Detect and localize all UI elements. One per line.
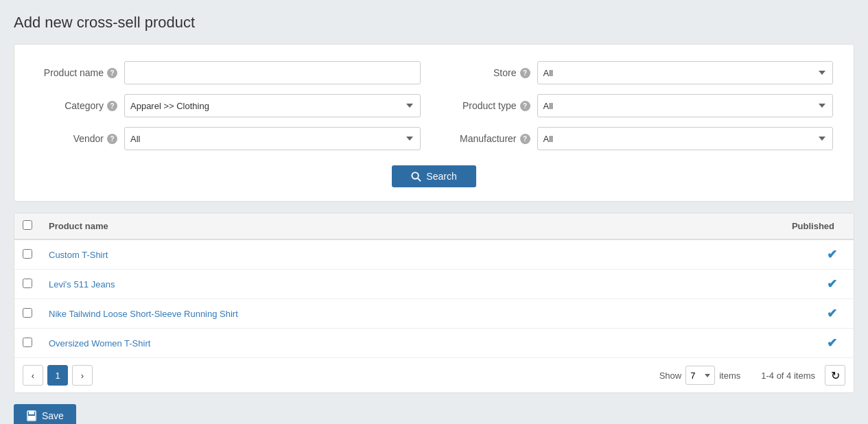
category-label: Category ? [35, 100, 124, 111]
refresh-icon: ↻ [831, 369, 840, 382]
product-name-label: Product name ? [35, 67, 124, 78]
row-product-name: Custom T-Shirt [40, 239, 647, 270]
select-all-col [14, 213, 40, 239]
product-name-link[interactable]: Levi's 511 Jeans [49, 279, 115, 290]
store-help-icon[interactable]: ? [520, 68, 530, 78]
product-name-link[interactable]: Nike Tailwind Loose Short-Sleeve Running… [49, 309, 238, 319]
product-name-input[interactable] [124, 61, 421, 84]
save-button[interactable]: Save [14, 404, 76, 424]
row-checkbox-cell [14, 329, 40, 358]
table-row: Levi's 511 Jeans ✔ [14, 270, 854, 299]
col-published: Published [647, 213, 854, 239]
published-checkmark: ✔ [827, 336, 837, 350]
form-section: Product name ? Category ? Apparel >> Clo… [35, 61, 833, 187]
published-checkmark: ✔ [827, 307, 837, 320]
items-per-page-select[interactable]: 7 15 20 50 [685, 366, 715, 385]
save-icon [26, 410, 37, 421]
vendor-help-icon[interactable]: ? [107, 134, 117, 144]
table-row: Oversized Women T-Shirt ✔ [14, 329, 854, 358]
table-row: Custom T-Shirt ✔ [14, 239, 854, 270]
row-published-cell: ✔ [647, 270, 854, 299]
svg-rect-4 [28, 416, 35, 420]
search-form-card: Product name ? Category ? Apparel >> Clo… [14, 44, 854, 202]
product-type-select[interactable]: All [537, 94, 834, 117]
row-checkbox[interactable] [23, 308, 32, 318]
svg-point-0 [412, 172, 419, 178]
row-checkbox-cell [14, 239, 40, 270]
table-header-row: Product name Published [14, 213, 854, 239]
prev-page-button[interactable]: ‹ [23, 365, 43, 386]
row-checkbox[interactable] [23, 338, 32, 347]
items-count: 1-4 of 4 items [761, 370, 815, 381]
next-page-button[interactable]: › [72, 365, 93, 386]
vendor-select[interactable]: All [124, 127, 421, 150]
page-title: Add new cross-sell product [14, 14, 854, 32]
show-items-section: Show 7 15 20 50 items [659, 366, 741, 385]
product-type-label: Product type ? [448, 100, 537, 111]
product-name-help-icon[interactable]: ? [107, 68, 117, 78]
product-type-row: Product type ? All [448, 94, 834, 117]
row-published-cell: ✔ [647, 299, 854, 329]
select-all-checkbox[interactable] [23, 220, 32, 230]
products-table-card: Product name Published Custom T-Shirt ✔ … [14, 213, 854, 393]
refresh-button[interactable]: ↻ [825, 365, 845, 386]
category-row: Category ? Apparel >> Clothing [35, 94, 421, 117]
svg-line-1 [418, 178, 421, 180]
search-button[interactable]: Search [392, 165, 476, 187]
published-checkmark: ✔ [827, 248, 837, 261]
vendor-label: Vendor ? [35, 133, 124, 144]
product-name-link[interactable]: Oversized Women T-Shirt [49, 338, 150, 349]
store-label: Store ? [448, 67, 537, 78]
category-select[interactable]: Apparel >> Clothing [124, 94, 421, 117]
row-product-name: Oversized Women T-Shirt [40, 329, 647, 358]
row-product-name: Nike Tailwind Loose Short-Sleeve Running… [40, 299, 647, 329]
row-published-cell: ✔ [647, 239, 854, 270]
table-row: Nike Tailwind Loose Short-Sleeve Running… [14, 299, 854, 329]
row-checkbox-cell [14, 299, 40, 329]
manufacturer-label: Manufacturer ? [448, 133, 537, 144]
store-select[interactable]: All [537, 61, 834, 84]
vendor-row: Vendor ? All [35, 127, 421, 150]
row-published-cell: ✔ [647, 329, 854, 358]
svg-rect-3 [29, 411, 34, 414]
product-name-row: Product name ? [35, 61, 421, 84]
items-label: items [719, 370, 740, 381]
manufacturer-select[interactable]: All [537, 127, 834, 150]
search-btn-row: Search [35, 165, 833, 187]
col-product-name: Product name [40, 213, 647, 239]
row-checkbox-cell [14, 270, 40, 299]
row-checkbox[interactable] [23, 249, 32, 259]
row-product-name: Levi's 511 Jeans [40, 270, 647, 299]
left-form-col: Product name ? Category ? Apparel >> Clo… [35, 61, 421, 160]
store-row: Store ? All [448, 61, 834, 84]
category-help-icon[interactable]: ? [107, 101, 117, 111]
manufacturer-row: Manufacturer ? All [448, 127, 834, 150]
row-checkbox[interactable] [23, 279, 32, 288]
published-checkmark: ✔ [827, 277, 837, 291]
page-1-button[interactable]: 1 [47, 365, 68, 386]
products-table: Product name Published Custom T-Shirt ✔ … [14, 213, 854, 357]
show-label: Show [659, 370, 682, 381]
product-type-help-icon[interactable]: ? [520, 101, 530, 111]
right-form-col: Store ? All Product type ? All [448, 61, 834, 160]
pagination-row: ‹ 1 › Show 7 15 20 50 items 1-4 of 4 ite… [14, 357, 854, 392]
table-body: Custom T-Shirt ✔ Levi's 511 Jeans ✔ Nike… [14, 239, 854, 357]
search-icon [411, 172, 421, 182]
product-name-link[interactable]: Custom T-Shirt [49, 250, 108, 260]
manufacturer-help-icon[interactable]: ? [520, 134, 530, 144]
